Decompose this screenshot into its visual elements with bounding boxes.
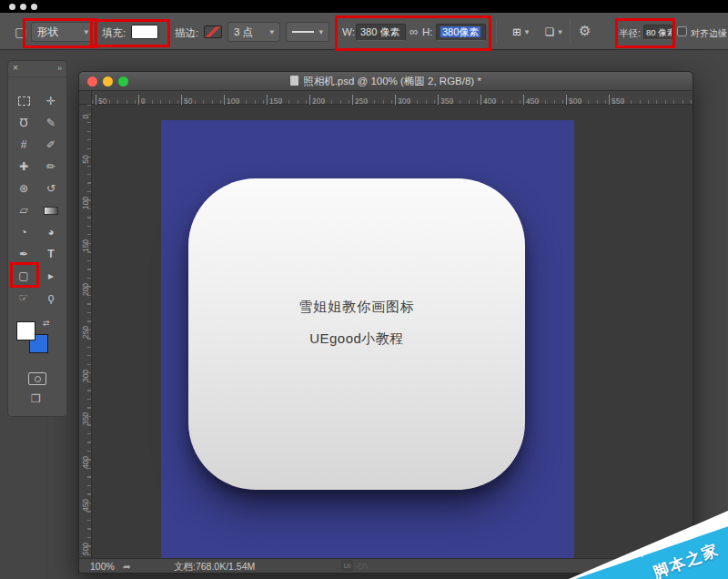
align-edges-checkbox[interactable] <box>677 26 687 36</box>
type-icon: T <box>47 248 54 260</box>
hand-tool[interactable]: ☞ <box>10 287 37 309</box>
ruler-corner <box>79 91 92 105</box>
path-selection-tool[interactable]: ▸ <box>37 265 65 287</box>
gradient-tool[interactable] <box>37 199 65 221</box>
vertical-ruler[interactable]: 0 50 100 150 200 250 300 350 400 450 500 <box>79 105 92 558</box>
dodge-tool[interactable]: ◕ <box>37 221 65 243</box>
toolbox-header: × » <box>8 61 66 77</box>
chevron-down-icon: ▾ <box>558 27 562 36</box>
canvas-background[interactable]: 雪姐姐教你画图标 UEgood小教程 <box>161 120 574 558</box>
foreground-color-swatch[interactable] <box>16 321 35 340</box>
stroke-style-dropdown[interactable]: ▾ <box>286 22 329 42</box>
annotation-box-width-height <box>335 15 491 51</box>
divider <box>496 20 497 43</box>
horizontal-ruler[interactable]: 50050100150200250300350400450500550 <box>92 91 693 105</box>
gradient-icon <box>44 207 58 215</box>
rectangular-marquee-tool[interactable] <box>10 90 37 112</box>
quick-selection-icon: ✎ <box>46 117 56 129</box>
brush-tool[interactable]: ✏ <box>37 156 65 178</box>
document-size-info[interactable]: 文档:768.0K/1.54M <box>174 561 255 574</box>
move-icon: ✛ <box>46 95 56 107</box>
swap-colors-icon[interactable]: ⇄ <box>43 319 50 328</box>
align-edges-label: 对齐边缘 <box>691 27 727 40</box>
type-tool[interactable]: T <box>37 243 65 265</box>
blur-icon: ◔ <box>20 226 26 239</box>
history-brush-icon: ↺ <box>46 182 56 195</box>
annotation-box-radius <box>615 18 675 48</box>
photoshop-app-window: ▢ 形状 ▾ 填充: 描边: 3 点 ▾ ▾ W: 380 像素 ∞ H: 38… <box>0 0 728 579</box>
brush-icon: ✏ <box>46 160 56 173</box>
stroke-label: 描边: <box>175 26 198 40</box>
zoom-tool[interactable]: ϙ <box>37 287 65 309</box>
gear-icon[interactable]: ⚙ <box>579 23 591 39</box>
path-operations-icon: ⊞ <box>512 25 521 38</box>
quick-selection-tool[interactable]: ✎ <box>37 112 65 134</box>
document-canvas-area[interactable]: 雪姐姐教你画图标 UEgood小教程 <box>92 105 693 558</box>
zoom-level[interactable]: 100% <box>90 561 115 572</box>
window-minimize-button[interactable] <box>20 4 26 10</box>
clone-stamp-tool[interactable]: ⊛ <box>10 178 37 199</box>
uicn-logo-icon: Ui <box>341 560 353 572</box>
history-brush-tool[interactable]: ↺ <box>37 178 65 199</box>
close-icon[interactable]: × <box>13 63 18 74</box>
chevron-down-icon: ▾ <box>269 27 274 36</box>
quick-mask-icon <box>35 376 41 382</box>
stroke-width-dropdown[interactable]: 3 点 ▾ <box>228 22 280 42</box>
document-icon <box>290 76 298 86</box>
clone-stamp-icon: ⊛ <box>19 182 28 195</box>
path-arrangement-icon: ❏ <box>545 25 554 38</box>
pen-icon: ✒ <box>19 248 28 260</box>
lasso-tool[interactable]: ℧ <box>10 112 37 134</box>
annotation-box-fill <box>90 19 170 47</box>
lasso-icon: ℧ <box>19 117 27 129</box>
collapse-panel-icon[interactable]: » <box>57 63 62 74</box>
zoom-icon: ϙ <box>48 291 55 304</box>
path-arrangement-button[interactable]: ❏ ▾ <box>539 22 568 42</box>
marquee-icon <box>18 96 30 106</box>
eraser-icon: ▱ <box>19 204 27 217</box>
stroke-style-line-icon <box>292 31 314 33</box>
crop-icon: # <box>21 138 27 151</box>
window-zoom-button[interactable] <box>31 4 37 10</box>
rounded-rectangle-shape[interactable]: 雪姐姐教你画图标 UEgood小教程 <box>188 178 525 490</box>
path-selection-icon: ▸ <box>48 269 54 282</box>
export-arrow-icon[interactable]: ➦ <box>123 561 131 572</box>
stroke-width-value: 3 点 <box>234 25 253 39</box>
annotation-box-shape-tool <box>10 262 39 288</box>
toolbox-panel: × » ✛ ℧ ✎ # ✐ ✚ ✏ ⊛ ↺ ▱ ◔ ◕ ✒ T ▢ ▸ ☞ ϙ … <box>7 60 67 417</box>
blur-tool[interactable]: ◔ <box>10 221 37 243</box>
hand-icon: ☞ <box>19 291 29 304</box>
dodge-icon: ◕ <box>47 226 54 239</box>
stroke-color-swatch[interactable] <box>204 25 222 38</box>
document-title: 照相机.psd @ 100% (椭圆 2, RGB/8) * <box>79 75 693 88</box>
spot-healing-brush-tool[interactable]: ✚ <box>10 156 37 178</box>
window-close-button[interactable] <box>9 4 15 10</box>
chevron-down-icon: ▾ <box>525 27 530 36</box>
jb51-watermark: jb51.net 脚本之家 <box>569 508 728 579</box>
canvas-text-line2: UEgood小教程 <box>188 330 525 348</box>
app-titlebar <box>0 0 728 13</box>
annotation-box-shape-mode <box>23 18 97 48</box>
chevron-down-icon: ▾ <box>318 27 323 36</box>
crop-tool[interactable]: # <box>10 134 37 156</box>
uicn-watermark: Ui -cn <box>341 560 368 572</box>
document-window: 照相机.psd @ 100% (椭圆 2, RGB/8) * 500501001… <box>78 71 693 574</box>
path-operations-button[interactable]: ⊞ ▾ <box>506 22 535 42</box>
uicn-suffix-text: -cn <box>355 561 368 571</box>
canvas-text-line1: 雪姐姐教你画图标 <box>188 299 525 316</box>
quick-mask-button[interactable] <box>28 372 46 385</box>
screen-mode-icon[interactable]: ❐ <box>31 392 41 405</box>
healing-brush-icon: ✚ <box>19 160 28 173</box>
document-titlebar[interactable]: 照相机.psd @ 100% (椭圆 2, RGB/8) * <box>79 72 693 91</box>
move-tool[interactable]: ✛ <box>37 90 65 112</box>
eraser-tool[interactable]: ▱ <box>10 199 37 221</box>
divider <box>570 20 571 43</box>
eyedropper-icon: ✐ <box>46 138 56 151</box>
eyedropper-tool[interactable]: ✐ <box>37 134 65 156</box>
